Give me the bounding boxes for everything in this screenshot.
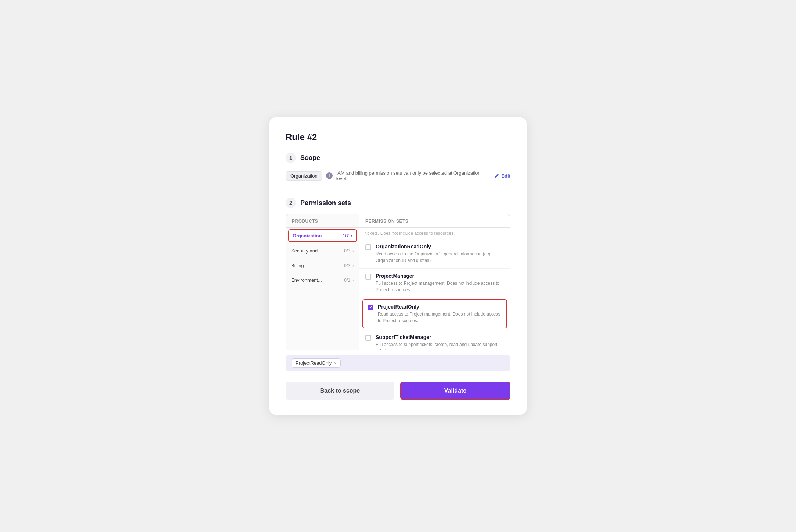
product-name-security: Security and... [291, 248, 322, 254]
perm-desc-support-manager: Full access to support tickets: create, … [376, 341, 504, 350]
chevron-icon-billing: › [352, 263, 354, 268]
checkbox-org-read-only[interactable] [365, 244, 371, 250]
perm-details-project-manager: ProjectManager Full access to Project ma… [376, 273, 504, 293]
product-count-environment: 0/1 [344, 278, 351, 283]
tag-remove-project-read-only[interactable]: × [334, 361, 337, 366]
product-item-environment[interactable]: Environment... 0/1 › [286, 273, 359, 287]
checkbox-project-read-only[interactable] [368, 305, 373, 310]
products-column-header: Products [286, 214, 359, 228]
perm-name-support-manager: SupportTicketManager [376, 334, 504, 340]
step-1-badge: 1 [286, 153, 296, 163]
permission-section-header: 2 Permission sets [286, 198, 510, 208]
tag-label-project-read-only: ProjectReadOnly [296, 360, 332, 366]
perm-name-project-read-only: ProjectReadOnly [378, 304, 502, 310]
validate-button[interactable]: Validate [400, 382, 510, 400]
product-item-billing[interactable]: Billing 0/2 › [286, 258, 359, 273]
rule-title: Rule #2 [286, 132, 510, 142]
edit-link[interactable]: Edit [494, 173, 510, 179]
permission-item-project-manager: ProjectManager Full access to Project ma… [359, 269, 510, 298]
info-icon: i [326, 172, 333, 179]
permissions-column-header: Permission sets [359, 214, 510, 228]
checkbox-project-manager[interactable] [365, 274, 371, 280]
permission-section: 2 Permission sets Products Organization.… [286, 198, 510, 371]
product-item-organization[interactable]: Organization... 1/7 › [288, 229, 357, 242]
chevron-icon-security: › [352, 248, 354, 254]
product-name-environment: Environment... [291, 277, 322, 283]
product-item-security[interactable]: Security and... 0/3 › [286, 244, 359, 258]
scope-section: 1 Scope Organization i IAM and billing p… [286, 153, 510, 187]
product-count-billing: 0/2 [344, 263, 351, 268]
perm-details-org-read-only: OrganizationReadOnly Read access to the … [376, 244, 504, 264]
perm-desc-project-read-only: Read access to Project management. Does … [378, 311, 502, 324]
scope-section-header: 1 Scope [286, 153, 510, 163]
actions-row: Back to scope Validate [286, 382, 510, 400]
selected-tags-area: ProjectReadOnly × [286, 355, 510, 371]
permission-item-org-read-only: OrganizationReadOnly Read access to the … [359, 239, 510, 269]
permission-item-support-manager: SupportTicketManager Full access to supp… [359, 330, 510, 350]
tag-project-read-only: ProjectReadOnly × [292, 358, 341, 368]
rule-modal: Rule #2 1 Scope Organization i IAM and b… [269, 117, 527, 415]
product-name-billing: Billing [291, 263, 304, 268]
edit-icon [494, 173, 499, 178]
step-2-badge: 2 [286, 198, 296, 208]
checkbox-support-manager[interactable] [365, 335, 371, 341]
permission-section-title: Permission sets [300, 199, 351, 207]
perm-details-project-read-only: ProjectReadOnly Read access to Project m… [378, 304, 502, 324]
edit-label: Edit [501, 173, 510, 179]
product-count-security: 0/3 [344, 248, 351, 254]
perm-details-support-manager: SupportTicketManager Full access to supp… [376, 334, 504, 350]
back-to-scope-button[interactable]: Back to scope [286, 382, 394, 400]
product-name-organization: Organization... [293, 233, 326, 238]
product-count-organization: 1/7 [343, 233, 350, 238]
scope-info-text: IAM and billing permission sets can only… [336, 170, 491, 181]
perm-name-org-read-only: OrganizationReadOnly [376, 244, 504, 249]
scope-badge: Organization [286, 171, 322, 181]
permissions-column: Permission sets tickets. Does not includ… [359, 214, 510, 350]
products-column: Products Organization... 1/7 › Security … [286, 214, 359, 350]
perm-desc-project-manager: Full access to Project management. Does … [376, 280, 504, 293]
perm-desc-org-read-only: Read access to the Organization's genera… [376, 251, 504, 264]
chevron-icon-organization: › [351, 233, 352, 238]
permission-item-project-read-only: ProjectReadOnly Read access to Project m… [362, 299, 507, 328]
perm-name-project-manager: ProjectManager [376, 273, 504, 279]
scope-row: Organization i IAM and billing permissio… [286, 169, 510, 187]
permission-panel: Products Organization... 1/7 › Security … [286, 214, 510, 350]
permissions-top-text: tickets. Does not include access to reso… [359, 228, 510, 239]
chevron-icon-environment: › [352, 278, 354, 283]
scope-section-title: Scope [300, 154, 320, 162]
